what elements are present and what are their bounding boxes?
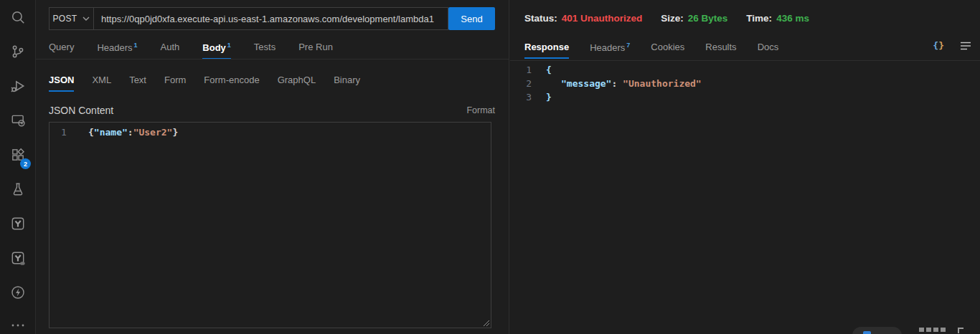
tab-headers[interactable]: Headers1: [97, 42, 137, 59]
resp-tab-docs[interactable]: Docs: [758, 42, 779, 59]
request-bar: POST Send: [49, 7, 495, 30]
resp-tab-headers[interactable]: Headers7: [590, 42, 630, 59]
chevron-down-icon: [83, 16, 90, 21]
format-button[interactable]: Format: [466, 105, 495, 115]
json-body-editor[interactable]: 1 {"name":"User2"}: [49, 122, 491, 328]
response-panel: Status:401 Unauthorized Size:26 Bytes Ti…: [510, 0, 980, 334]
size-value: 26 Bytes: [688, 13, 728, 24]
time-label: Time:: [746, 13, 772, 24]
size-label: Size:: [661, 13, 684, 24]
resp-tab-response[interactable]: Response: [524, 42, 569, 59]
headers-count-badge: 1: [134, 42, 138, 49]
partial-pill-glyph: [863, 331, 871, 334]
source-control-icon[interactable]: [0, 34, 36, 69]
response-headers-count-badge: 7: [626, 42, 630, 49]
time-value: 436 ms: [776, 13, 809, 24]
partial-bottom-text[interactable]: [919, 328, 946, 332]
remote-explorer-icon[interactable]: [0, 103, 36, 138]
json-content-header: JSON Content Format: [49, 105, 495, 116]
status-label: Status:: [524, 13, 557, 24]
url-input[interactable]: [94, 7, 448, 30]
partial-bottom-pill-button[interactable]: [852, 327, 902, 334]
status-value: 401 Unauthorized: [562, 13, 643, 24]
body-tab-graphql[interactable]: GraphQL: [278, 75, 316, 92]
send-button[interactable]: Send: [448, 7, 495, 30]
response-line-content: "message": "Unauthorized": [546, 77, 702, 90]
response-line-number: 3: [510, 90, 532, 104]
run-and-debug-icon[interactable]: [0, 69, 36, 103]
body-count-badge: 1: [227, 42, 231, 49]
response-line-content: }: [546, 90, 552, 104]
tab-auth[interactable]: Auth: [161, 42, 180, 59]
body-tab-text[interactable]: Text: [129, 75, 146, 92]
response-body[interactable]: 1 { 2 "message": "Unauthorized" 3 }: [510, 63, 702, 104]
response-line: 3 }: [510, 90, 702, 104]
response-status-row: Status:401 Unauthorized Size:26 Bytes Ti…: [524, 13, 809, 24]
request-tabs-divider: [36, 59, 509, 59]
editor-resize-handle[interactable]: [482, 319, 489, 326]
request-panel: POST Send Query Headers1 Auth Body1 Test…: [36, 0, 509, 334]
more-icon[interactable]: [0, 318, 36, 333]
testing-icon[interactable]: [0, 172, 36, 206]
status-group: Status:401 Unauthorized: [524, 13, 642, 24]
response-line: 1 {: [510, 63, 702, 77]
tab-tests[interactable]: Tests: [254, 42, 275, 59]
body-tab-form[interactable]: Form: [164, 75, 186, 92]
activity-bar: 2: [0, 0, 36, 334]
json-content-title: JSON Content: [49, 105, 113, 116]
response-line-content: {: [546, 63, 552, 77]
tab-body[interactable]: Body1: [202, 42, 231, 59]
request-tabs: Query Headers1 Auth Body1 Tests Pre Run: [49, 42, 333, 59]
lightning-icon[interactable]: [0, 275, 36, 310]
method-label: POST: [53, 14, 77, 24]
method-select[interactable]: POST: [49, 7, 94, 30]
size-group: Size:26 Bytes: [661, 13, 727, 24]
body-tab-binary[interactable]: Binary: [334, 75, 360, 92]
thunder-client-secondary-icon[interactable]: [0, 241, 36, 275]
resp-tab-results[interactable]: Results: [705, 42, 736, 59]
tab-pre-run[interactable]: Pre Run: [298, 42, 333, 59]
format-json-icon[interactable]: {}: [933, 40, 944, 51]
response-line-number: 2: [510, 77, 532, 90]
response-toolbar: {}: [933, 40, 971, 51]
body-type-tabs: JSON XML Text Form Form-encode GraphQL B…: [49, 75, 360, 92]
editor-line-content: {"name":"User2"}: [88, 127, 178, 138]
body-tab-form-encode[interactable]: Form-encode: [204, 75, 259, 92]
body-tab-xml[interactable]: XML: [92, 75, 111, 92]
response-line-number: 1: [510, 63, 532, 77]
search-icon[interactable]: [0, 0, 36, 34]
tab-query[interactable]: Query: [49, 42, 74, 59]
thunder-client-icon[interactable]: [0, 206, 36, 241]
extensions-icon[interactable]: 2: [0, 138, 36, 172]
response-tabs: Response Headers7 Cookies Results Docs: [524, 42, 778, 59]
body-tab-json[interactable]: JSON: [49, 75, 74, 92]
time-group: Time:436 ms: [746, 13, 809, 24]
resp-tab-cookies[interactable]: Cookies: [651, 42, 684, 59]
response-line: 2 "message": "Unauthorized": [510, 77, 702, 90]
menu-icon[interactable]: [960, 42, 971, 50]
response-tabs-divider: [510, 60, 980, 61]
partial-corner-arrow-icon[interactable]: [958, 328, 963, 333]
extensions-badge: 2: [20, 158, 31, 169]
editor-line: 1 {"name":"User2"}: [50, 123, 491, 138]
editor-line-number: 1: [50, 127, 78, 138]
